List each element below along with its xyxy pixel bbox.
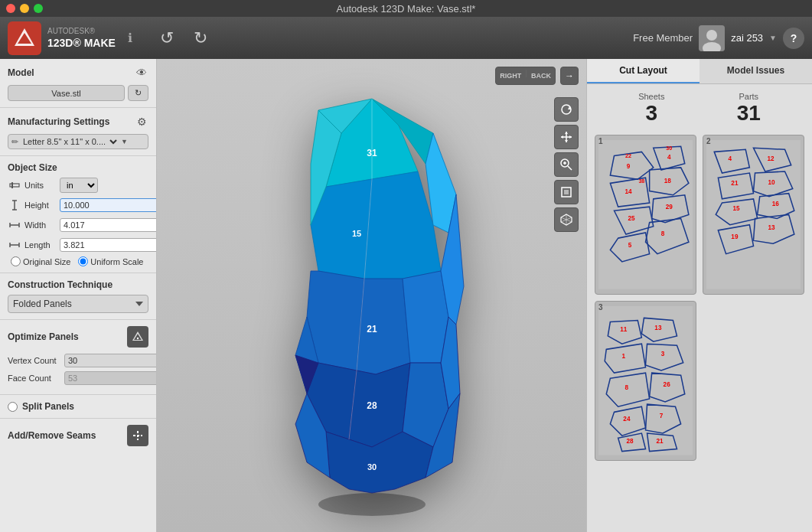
width-icon [8,218,21,232]
length-icon [8,238,21,252]
svg-text:30: 30 [367,462,376,472]
svg-text:19: 19 [731,233,739,240]
svg-text:28: 28 [367,400,377,411]
zoom-tool-button[interactable] [554,152,579,177]
info-button[interactable]: ℹ [122,28,139,48]
units-label: Units [24,181,57,190]
obj-size-section: Object Size Units in cm mm [0,156,156,273]
forward-button[interactable]: ↻ [188,25,214,51]
svg-text:22: 22 [625,153,631,159]
model-refresh-button[interactable]: ↻ [128,85,148,101]
viewport[interactable]: RIGHT | BACK → [157,59,586,532]
svg-point-3 [706,30,717,41]
mfg-label: Manufacturing Settings [8,116,109,127]
optimize-header: Optimize Panels [8,326,148,348]
split-section: Split Panels [0,395,156,419]
view-toggle: RIGHT | BACK [495,67,556,85]
expand-button[interactable]: → [560,67,579,85]
left-sidebar: Model 👁 Vase.stl ↻ Manufacturing Setting… [0,59,157,532]
svg-text:14: 14 [624,188,632,195]
window-title: Autodesk 123D Make: Vase.stl* [337,3,476,15]
optimize-icon-button[interactable] [127,326,148,348]
brand-bottom: 123D® MAKE [47,36,116,50]
height-input[interactable] [60,198,157,212]
face-count-row: Face Count [8,371,148,385]
optimize-section: Optimize Panels Vertex Count ▲ ▼ [0,320,156,395]
original-size-radio[interactable]: Original Size [11,256,70,266]
model-file-button[interactable]: Vase.stl [8,85,125,101]
split-panels-radio[interactable] [8,402,18,412]
uniform-scale-radio[interactable]: Uniform Scale [78,256,143,266]
svg-text:21: 21 [367,324,377,335]
seams-section: Add/Remove Seams [0,419,156,452]
svg-text:24: 24 [623,415,631,422]
fit-tool-button[interactable] [554,180,579,204]
sheet-card-3[interactable]: 3 11 13 1 3 8 26 [595,301,696,461]
model-buttons: Vase.stl ↻ [8,85,148,101]
maximize-button[interactable] [34,4,43,13]
mfg-section: Manufacturing Settings ⚙ ✏ Letter 8.5" x… [0,108,156,156]
svg-text:9: 9 [627,163,631,170]
svg-text:10: 10 [768,179,776,186]
sheets-stat: Sheets 3 [638,92,664,126]
main-content: Model 👁 Vase.stl ↻ Manufacturing Setting… [0,59,812,532]
tab-cut-layout[interactable]: Cut Layout [587,59,699,83]
rotate-tool-button[interactable] [554,97,579,122]
sheet-card-1[interactable]: 1 9 4 14 18 25 [595,135,696,295]
svg-point-32 [318,493,426,516]
view-back-button[interactable]: BACK [527,67,555,84]
svg-text:28: 28 [626,438,634,445]
split-row: Split Panels [8,401,148,412]
tab-model-issues[interactable]: Model Issues [699,59,812,83]
logo-text: AUTODESK® 123D® MAKE [47,26,116,50]
back-button[interactable]: ↺ [154,25,180,51]
svg-text:30: 30 [666,145,672,152]
vertex-count-input[interactable] [64,354,157,367]
close-button[interactable] [6,4,15,13]
svg-text:21: 21 [731,180,739,187]
svg-text:8: 8 [625,383,629,390]
face-count-label: Face Count [8,374,61,383]
model-eye-button[interactable]: 👁 [135,65,148,80]
help-button[interactable]: ? [783,28,804,49]
sheet-card-2[interactable]: 2 4 12 21 10 15 16 [703,135,804,295]
mfg-settings-button[interactable]: ⚙ [135,114,148,129]
mfg-header: Manufacturing Settings ⚙ [8,114,148,129]
user-area: Free Member zai 253 ▼ ? [633,25,804,51]
window-controls[interactable] [6,4,43,13]
svg-text:13: 13 [654,325,662,331]
svg-rect-6 [11,182,13,188]
view-right-button[interactable]: RIGHT [496,67,525,84]
vertex-count-row: Vertex Count ▲ ▼ [8,352,148,368]
units-select[interactable]: in cm mm [60,178,98,193]
vase-model: 31 15 21 28 30 [249,72,494,516]
cube-view-button[interactable] [554,207,579,232]
seams-icon-button[interactable] [127,425,148,446]
viewport-controls: RIGHT | BACK → [495,67,579,85]
user-dropdown-arrow[interactable]: ▼ [769,34,777,42]
svg-text:1: 1 [622,352,626,359]
cut-layout-content: Sheets 3 Parts 31 1 9 [587,84,812,532]
svg-rect-27 [564,190,569,194]
mfg-paper-dropdown[interactable]: ✏ Letter 8.5" x 11" x 0.... ▼ [8,134,148,149]
svg-text:25: 25 [628,215,635,222]
sheet-svg-1: 9 4 14 18 25 29 5 8 [598,139,693,291]
parts-value: 31 [737,101,761,126]
sheets-value: 3 [638,101,664,126]
height-label: Height [24,201,57,210]
mfg-paper-select[interactable]: Letter 8.5" x 11" x 0.... [20,136,119,147]
width-input[interactable] [60,218,157,232]
face-count-input[interactable] [64,371,157,385]
side-tools [554,97,579,232]
minimize-button[interactable] [20,4,29,13]
sheet-number-1: 1 [598,137,603,145]
pan-tool-button[interactable] [554,125,579,149]
height-row: Height ▲ ▼ [8,197,148,213]
svg-rect-99 [598,306,693,455]
svg-text:15: 15 [732,205,740,212]
technique-select[interactable]: Folded Panels [8,295,148,313]
height-icon [8,198,21,212]
sheets-grid: 1 9 4 14 18 25 [595,135,804,461]
length-input[interactable] [60,238,157,252]
technique-label: Construction Technique [8,279,148,290]
